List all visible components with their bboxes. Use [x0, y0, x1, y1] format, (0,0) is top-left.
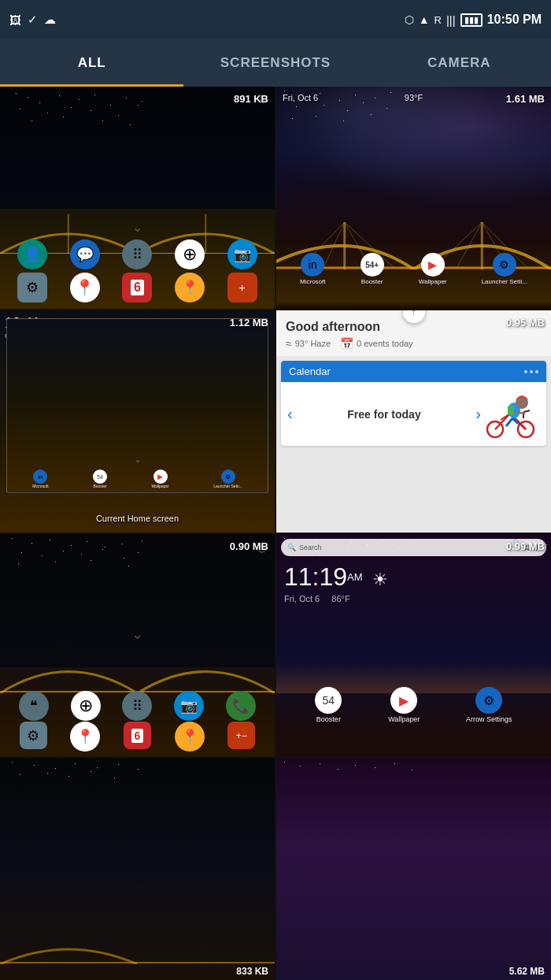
- app-icon-chrome: ⊕: [175, 239, 205, 269]
- cell3-label: Current Home screen: [0, 510, 275, 525]
- image-grid: 👤 💬 ⠿ ⊕ 📷 ⚙ 📍 6 📍 +: [0, 87, 551, 980]
- app-apps: ⠿: [122, 691, 152, 721]
- app-icon-settings: ⚙: [17, 273, 47, 303]
- calendar-event: Free for today: [347, 408, 420, 421]
- status-bar: 🖼 ✓ ☁ ⬡ ▲ R ||| ▮▮▮ 10:50 PM: [0, 0, 551, 39]
- grid-cell-7[interactable]: 833 KB: [0, 758, 275, 980]
- battery-icon: ▮▮▮: [460, 13, 483, 27]
- status-icons-right: ⬡ ▲ R ||| ▮▮▮ 10:50 PM: [405, 13, 542, 27]
- tab-all[interactable]: ALL: [0, 39, 183, 87]
- chevron-icon: ⌄: [131, 625, 143, 643]
- cell6-apps: 54 Booster ▶ Wallpaper ⚙ Arrow Settings: [276, 687, 551, 723]
- cell4-events-item: 📅 0 events today: [340, 337, 413, 350]
- app-maps3: 📍: [175, 722, 205, 752]
- app-icon-messages: 💬: [70, 239, 100, 269]
- status-time: 10:50 PM: [487, 13, 542, 27]
- grid-cell-6[interactable]: 🔍Search ⇅ ⬇ 11:19AM ☀ Fri, Oct 6 86°F 54…: [276, 534, 551, 756]
- app-icon-maps: 📍: [70, 273, 100, 303]
- app-calc2: +−: [227, 722, 255, 749]
- svg-line-27: [506, 418, 512, 426]
- calendar-next[interactable]: ›: [475, 405, 481, 423]
- cyclist-illustration: [481, 388, 540, 440]
- app-maps2: 📍: [70, 722, 100, 752]
- grid-cell-8[interactable]: 5.62 MB: [276, 758, 551, 980]
- app-icon-calendar: 6: [122, 273, 152, 303]
- calendar-widget: Calendar ‹ Free for today ›: [281, 361, 546, 446]
- svg-line-21: [523, 410, 530, 412]
- cell2-filesize: 1.61 MB: [506, 93, 545, 105]
- app-settings2: ⚙: [20, 722, 47, 749]
- tab-screenshots[interactable]: SCREENSHOTS: [183, 39, 367, 87]
- cell4-filesize: 0.95 MB: [506, 317, 545, 329]
- calendar-label: Calendar: [289, 366, 331, 377]
- app-chrome: ⊕: [71, 691, 101, 721]
- grid-cell-3[interactable]: 12:41≈ Fri, Oct 6 93°F in Microsoft 54 B…: [0, 310, 275, 533]
- tab-bar: ALL SCREENSHOTS CAMERA: [0, 39, 551, 87]
- cloud-icon: ☁: [44, 13, 56, 27]
- cell7-filesize: 833 KB: [236, 966, 268, 977]
- grid-cell-5[interactable]: ⌄ ⚙ ❝ ⊕ ⠿ 📷 📞 ⚙ 📍 6 📍 +−: [0, 534, 275, 756]
- bars-icon: |||: [446, 13, 456, 27]
- cell6-date: Fri, Oct 6 86°F: [284, 594, 350, 603]
- app-wallpaper-icon: ▶: [390, 687, 417, 714]
- cell6-filesize: 0.99 MB: [506, 540, 545, 552]
- grid-cell-1[interactable]: 👤 💬 ⠿ ⊕ 📷 ⚙ 📍 6 📍 +: [0, 87, 275, 309]
- grid-cell-4[interactable]: ↑ Good afternoon ≈ 93° Haze 📅 0 events t…: [276, 310, 551, 533]
- tab-camera[interactable]: CAMERA: [368, 39, 551, 87]
- cell3-filesize: 1.12 MB: [230, 317, 268, 329]
- status-icons-left: 🖼 ✓ ☁: [9, 13, 56, 27]
- cell8-filesize: 5.62 MB: [509, 966, 545, 977]
- grid-cell-2[interactable]: in Microsoft 54+ Booster ▶ Wallpaper ⚙ L…: [276, 87, 551, 309]
- app-phone: 📞: [226, 691, 256, 721]
- cell4-weather-item: ≈ 93° Haze: [286, 337, 331, 350]
- calendar-prev[interactable]: ‹: [287, 405, 293, 423]
- bluetooth-icon: ⬡: [405, 13, 414, 26]
- app-booster-icon: 54: [315, 687, 342, 714]
- app-icon-apps: ⠿: [122, 239, 152, 269]
- wifi-icon: ▲: [419, 13, 430, 26]
- cell2-temp: 93°F: [405, 93, 423, 102]
- app-calendar2: 6: [124, 722, 151, 749]
- cell2-date: Fri, Oct 6: [283, 93, 318, 102]
- signal-icon: R: [435, 14, 442, 26]
- app-icon-calc: +: [227, 273, 257, 303]
- app-icon-contacts: 👤: [17, 239, 47, 269]
- cell1-filesize: 891 KB: [234, 93, 268, 105]
- cell6-time-display: 11:19AM ☀: [284, 562, 388, 592]
- app-icon-camera: 📷: [227, 239, 257, 269]
- app-quotes: ❝: [19, 691, 49, 721]
- cell5-filesize: 0.90 MB: [230, 540, 268, 552]
- app-camera: 📷: [174, 691, 204, 721]
- image-icon: 🖼: [9, 13, 21, 27]
- app-settings-icon: ⚙: [475, 687, 502, 714]
- check-icon: ✓: [28, 13, 38, 27]
- app-icon-maps2: 📍: [175, 273, 205, 303]
- svg-rect-25: [508, 406, 514, 415]
